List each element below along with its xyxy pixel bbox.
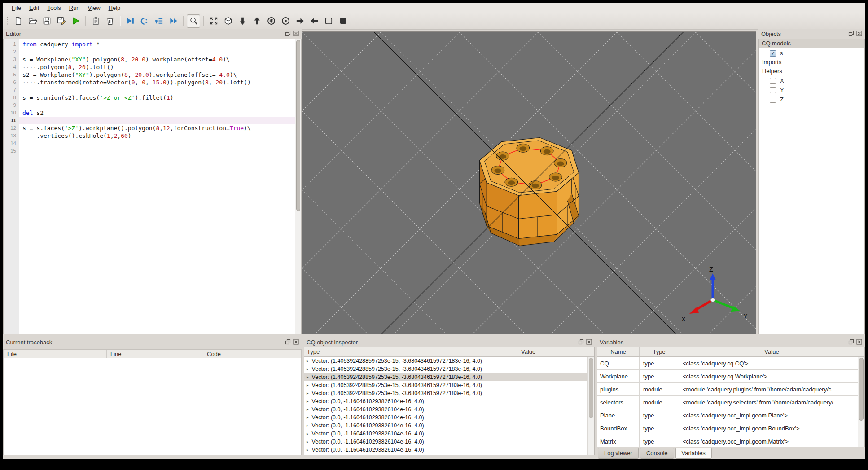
code-line-4[interactable]: 4····.polygon(8, 20).loft() xyxy=(4,63,295,71)
expand-arrow-icon[interactable]: ▸ xyxy=(307,439,309,444)
tree-item-imports[interactable]: Imports xyxy=(759,58,864,67)
variable-row[interactable]: Matrixtype<class 'cadquery.occ_impl.geom… xyxy=(597,435,858,447)
variables-scrollbar[interactable] xyxy=(858,357,864,447)
float-panel-icon[interactable] xyxy=(578,339,584,345)
code-editor[interactable]: 1from cadquery import *23s = Workplane("… xyxy=(3,39,302,334)
inspector-row[interactable]: ▸Vector: (1.4053924288597253e-15, -3.680… xyxy=(304,357,588,365)
float-panel-icon[interactable] xyxy=(285,31,291,36)
objects-tree[interactable]: CQ models✓sImportsHelpersXYZ xyxy=(758,39,865,334)
checkbox-y[interactable] xyxy=(770,87,776,93)
iso-view-button[interactable] xyxy=(221,14,235,28)
float-panel-icon[interactable] xyxy=(848,339,854,345)
variable-row[interactable]: CQtype<class 'cadquery.cq.CQ'> xyxy=(597,357,858,370)
fit-view-button[interactable] xyxy=(207,14,220,28)
delete-button[interactable] xyxy=(103,14,117,28)
code-line-12[interactable]: 12s = s.faces('>Z').workplane().polygon(… xyxy=(4,124,295,132)
float-panel-icon[interactable] xyxy=(285,339,291,345)
tree-item-helpers[interactable]: Helpers xyxy=(759,67,864,76)
code-line-1[interactable]: 1from cadquery import * xyxy=(4,40,295,48)
inspector-scrollbar-thumb[interactable] xyxy=(589,358,593,418)
expand-arrow-icon[interactable]: ▸ xyxy=(307,407,309,412)
expand-arrow-icon[interactable]: ▸ xyxy=(307,415,309,420)
inspector-row[interactable]: ▸Vector: (0.0, -1.1604610293826104e-16, … xyxy=(304,438,588,446)
continue-button[interactable] xyxy=(167,14,180,28)
tree-item-s[interactable]: ✓s xyxy=(759,48,864,58)
variables-scrollbar-thumb[interactable] xyxy=(859,358,864,421)
expand-arrow-icon[interactable]: ▸ xyxy=(307,375,309,379)
tree-item-z[interactable]: Z xyxy=(759,95,864,104)
tab-log-viewer[interactable]: Log viewer xyxy=(598,448,639,459)
view-left-button[interactable] xyxy=(293,14,307,28)
code-line-2[interactable]: 2 xyxy=(4,48,295,56)
objects-panel-titlebar[interactable]: Objects xyxy=(758,29,865,39)
3d-viewport[interactable]: Z X Y xyxy=(302,31,756,334)
close-panel-icon[interactable] xyxy=(586,339,592,345)
paste-button[interactable] xyxy=(89,14,102,28)
shaded-button[interactable] xyxy=(336,14,350,28)
traceback-column-line[interactable]: Line xyxy=(107,350,203,358)
objects-section-cq-models[interactable]: CQ models xyxy=(759,39,864,48)
step-in-button[interactable] xyxy=(152,14,166,28)
code-line-5[interactable]: 5s2 = Workplane("XY").polygon(8, 20.0).w… xyxy=(4,71,295,79)
float-panel-icon[interactable] xyxy=(848,31,854,36)
code-line-6[interactable]: 6····.transformed(rotate=Vector(0, 0, 15… xyxy=(4,79,295,86)
open-document-button[interactable] xyxy=(26,14,39,28)
menu-edit[interactable]: Edit xyxy=(25,4,43,12)
zoom-tool-button[interactable] xyxy=(187,14,200,28)
menu-file[interactable]: File xyxy=(8,4,25,12)
code-line-14[interactable]: 14 xyxy=(4,140,295,147)
toolbar-drag-handle[interactable] xyxy=(6,16,9,26)
code-line-8[interactable]: 8s = s.union(s2).faces('>Z or <Z').fille… xyxy=(4,94,295,101)
menu-view[interactable]: View xyxy=(84,4,105,12)
inspector-row[interactable]: ▸Vector: (0.0, -1.1604610293826104e-16, … xyxy=(304,454,588,455)
expand-arrow-icon[interactable]: ▸ xyxy=(307,383,309,387)
viewport-canvas[interactable]: Z X Y xyxy=(302,32,756,334)
inspector-column-type[interactable]: Type xyxy=(307,347,320,356)
checkbox-x[interactable] xyxy=(770,78,776,84)
expand-arrow-icon[interactable]: ▸ xyxy=(307,359,309,363)
editor-scrollbar[interactable] xyxy=(295,39,301,334)
code-line-10[interactable]: 10del s2 xyxy=(4,109,295,117)
expand-arrow-icon[interactable]: ▸ xyxy=(307,448,309,452)
close-panel-icon[interactable] xyxy=(856,339,862,345)
variable-row[interactable]: pluginsmodule<module 'cadquery.plugins' … xyxy=(597,383,858,396)
expand-arrow-icon[interactable]: ▸ xyxy=(307,423,309,428)
checkbox-z[interactable] xyxy=(770,97,776,103)
expand-arrow-icon[interactable]: ▸ xyxy=(307,391,309,395)
inspector-row[interactable]: ▸Vector: (0.0, -1.1604610293826104e-16, … xyxy=(304,413,588,422)
variables-column-type[interactable]: Type xyxy=(640,347,679,356)
variable-row[interactable]: selectorsmodule<module 'cadquery.selecto… xyxy=(597,396,858,409)
inspector-row[interactable]: ▸Vector: (1.4053924288597253e-15, -3.680… xyxy=(304,365,588,373)
traceback-table-body[interactable] xyxy=(3,358,302,455)
close-panel-icon[interactable] xyxy=(293,339,299,345)
wireframe-button[interactable] xyxy=(322,14,335,28)
code-line-15[interactable]: 15 xyxy=(4,147,295,155)
code-line-9[interactable]: 9 xyxy=(4,101,295,109)
inspector-row[interactable]: ▸Vector: (0.0, -1.1604610293826104e-16, … xyxy=(304,422,588,430)
new-document-button[interactable] xyxy=(11,14,25,28)
view-right-button[interactable] xyxy=(307,14,321,28)
inspector-row[interactable]: ▸Vector: (0.0, -1.1604610293826104e-16, … xyxy=(304,430,588,438)
expand-arrow-icon[interactable]: ▸ xyxy=(307,399,309,404)
tab-variables[interactable]: Variables xyxy=(675,448,712,459)
traceback-column-code[interactable]: Code xyxy=(203,350,301,358)
inspector-row[interactable]: ▸Vector: (0.0, -1.1604610293826104e-16, … xyxy=(304,405,588,413)
tree-item-y[interactable]: Y xyxy=(759,85,864,95)
expand-arrow-icon[interactable]: ▸ xyxy=(307,367,309,371)
inspector-scrollbar[interactable] xyxy=(587,357,594,455)
inspector-panel-titlebar[interactable]: CQ object inspector xyxy=(304,337,595,347)
inspector-row[interactable]: ▸Vector: (0.0, -1.1604610293826104e-16, … xyxy=(304,446,588,454)
inspector-rows[interactable]: ▸Vector: (1.4053924288597253e-15, -3.680… xyxy=(304,357,588,455)
variable-row[interactable]: Planetype<class 'cadquery.occ_impl.geom.… xyxy=(597,409,858,422)
variables-panel-titlebar[interactable]: Variables xyxy=(597,337,865,347)
step-button[interactable] xyxy=(138,14,151,28)
view-top-button[interactable] xyxy=(236,14,249,28)
code-line-3[interactable]: 3s = Workplane("XY").polygon(8, 20.0).wo… xyxy=(4,56,295,63)
tab-console[interactable]: Console xyxy=(640,448,674,459)
code-line-7[interactable]: 7 xyxy=(4,86,295,94)
menu-help[interactable]: Help xyxy=(105,4,125,12)
debug-button[interactable] xyxy=(123,14,137,28)
variable-row[interactable]: BoundBoxtype<class 'cadquery.occ_impl.ge… xyxy=(597,422,858,435)
render-button[interactable] xyxy=(69,14,82,28)
code-line-13[interactable]: 13····.vertices().cskHole(1,2,60) xyxy=(4,132,295,140)
